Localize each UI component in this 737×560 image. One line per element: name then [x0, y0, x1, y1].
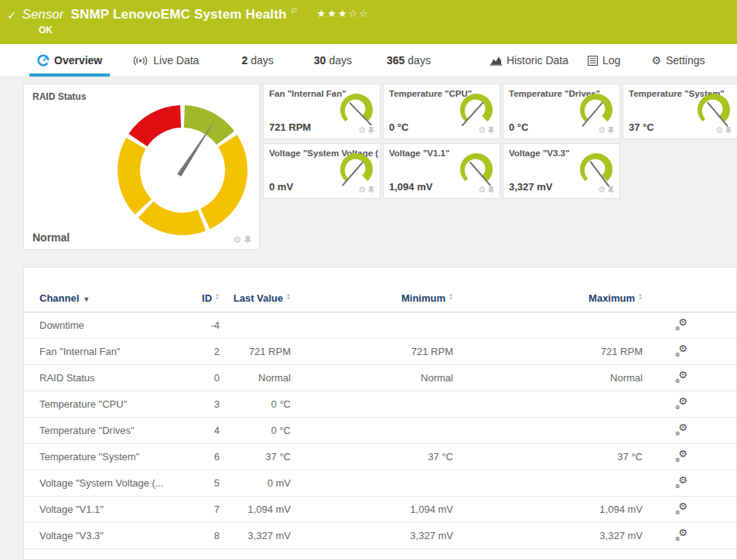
- sensor-header: ✓ Sensor SNMP LenovoEMC System Health ⚐ …: [0, 0, 737, 44]
- tab-label: Overview: [54, 54, 102, 67]
- tab-label: Settings: [666, 54, 705, 67]
- table-header-row: Channel▼ ID▲▼ Last Value▲▼ Minimum▲▼ Max…: [24, 268, 736, 312]
- table-body: Downtime -4 ⚙⚙ Fan "Internal Fan" 2 721 …: [24, 312, 736, 549]
- gauge-value: 0 mV: [269, 181, 293, 193]
- gauge-value: Normal: [32, 231, 70, 244]
- gear-icon[interactable]: ⚙: [715, 126, 723, 135]
- column-header-channel[interactable]: Channel▼: [39, 292, 189, 304]
- tab-label: Historic Data: [507, 54, 568, 67]
- column-header-maximum[interactable]: Maximum▲▼: [453, 292, 643, 304]
- column-header-minimum[interactable]: Minimum▲▼: [291, 292, 453, 304]
- table-row[interactable]: Temperature "Drives" 4 0 °C ⚙⚙: [24, 418, 736, 444]
- channel-settings-icon[interactable]: ⚙⚙: [675, 319, 688, 330]
- mini-gauge: [577, 152, 616, 189]
- column-header-last-value[interactable]: Last Value▲▼: [220, 292, 291, 304]
- mini-gauge: [337, 93, 376, 129]
- gear-icon[interactable]: ⚙: [598, 186, 606, 194]
- pin-icon[interactable]: [368, 127, 374, 135]
- gear-icon[interactable]: ⚙: [478, 126, 486, 135]
- tab-live-data[interactable]: Live Data: [125, 44, 206, 77]
- gauge-value: 0 °C: [509, 121, 528, 133]
- gauge-icon: [37, 54, 49, 67]
- gauge-value: 1,094 mV: [389, 181, 432, 193]
- column-header-id[interactable]: ID▲▼: [189, 292, 220, 304]
- channel-settings-icon[interactable]: ⚙⚙: [675, 371, 688, 383]
- mini-gauge: [457, 93, 496, 129]
- pin-icon[interactable]: [608, 186, 614, 194]
- tab-number: 30: [314, 54, 326, 67]
- tab-number: 365: [387, 54, 404, 67]
- status-check-icon: ✓: [7, 9, 17, 21]
- table-row[interactable]: Voltage "V1.1" 7 1,094 mV 1,094 mV 1,094…: [24, 497, 736, 523]
- channel-settings-icon[interactable]: ⚙⚙: [675, 476, 688, 488]
- tab-label: days: [329, 54, 352, 67]
- page-title: SNMP LenovoEMC System Health: [70, 7, 286, 22]
- pin-icon[interactable]: [608, 127, 614, 135]
- tab-2-days[interactable]: 2 days: [234, 44, 281, 77]
- channel-gauge-card: Voltage "V1.1" 1,094 mV ⚙: [383, 143, 500, 199]
- chart-icon: [490, 56, 502, 66]
- channel-settings-icon[interactable]: ⚙⚙: [675, 398, 688, 409]
- priority-stars[interactable]: ★★★☆☆: [317, 8, 370, 19]
- channel-settings-icon[interactable]: ⚙⚙: [675, 529, 688, 541]
- tab-label: days: [251, 54, 274, 67]
- tab-historic-data[interactable]: Historic Data: [483, 44, 576, 77]
- table-row[interactable]: Temperature "CPU" 3 0 °C ⚙⚙: [24, 391, 736, 418]
- log-icon: [588, 56, 598, 66]
- gear-icon[interactable]: ⚙: [233, 235, 241, 244]
- table-row[interactable]: Fan "Internal Fan" 2 721 RPM 721 RPM 721…: [24, 339, 736, 365]
- flag-icon[interactable]: ⚐: [291, 6, 299, 16]
- gauge-title: Fan "Internal Fan": [269, 89, 346, 98]
- gear-icon[interactable]: ⚙: [358, 126, 366, 135]
- tab-30-days[interactable]: 30 days: [306, 44, 360, 77]
- channel-table-card: Channel▼ ID▲▼ Last Value▲▼ Minimum▲▼ Max…: [23, 267, 737, 560]
- pin-icon[interactable]: [244, 236, 251, 244]
- gear-icon[interactable]: ⚙: [478, 186, 486, 194]
- tab-log[interactable]: Log: [580, 44, 628, 77]
- gauge-value: 0 °C: [389, 121, 408, 133]
- gear-icon[interactable]: ⚙: [598, 126, 606, 135]
- gauge-value: 37 °C: [629, 121, 654, 133]
- pin-icon[interactable]: [725, 127, 732, 135]
- gear-icon: ⚙: [651, 55, 661, 66]
- table-row[interactable]: Temperature "System" 6 37 °C 37 °C 37 °C…: [24, 444, 736, 470]
- channel-settings-icon[interactable]: ⚙⚙: [675, 424, 688, 435]
- table-row[interactable]: Voltage "V3.3" 8 3,327 mV 3,327 mV 3,327…: [24, 523, 736, 549]
- mini-gauge: [694, 93, 733, 129]
- pin-icon[interactable]: [488, 127, 494, 135]
- gauge-value: 3,327 mV: [509, 181, 552, 193]
- tab-label: Live Data: [153, 54, 199, 67]
- channel-settings-icon[interactable]: ⚙⚙: [675, 503, 688, 514]
- gauge-value: 721 RPM: [269, 121, 311, 133]
- gear-icon[interactable]: ⚙: [358, 186, 366, 194]
- sensor-type-label: Sensor: [22, 7, 64, 22]
- tab-settings[interactable]: ⚙ Settings: [643, 44, 712, 77]
- sort-icon: ▲▼: [638, 293, 643, 301]
- channel-gauge-card: Voltage "V3.3" 3,327 mV ⚙: [503, 143, 620, 199]
- channel-gauge-card: Temperature "Drives" 0 °C ⚙: [503, 84, 620, 139]
- table-row[interactable]: Voltage "System Voltage (... 5 0 mV ⚙⚙: [24, 470, 736, 497]
- raid-gauge: [116, 104, 249, 237]
- tab-bar: Overview Live Data 2 days 30 days 365 da…: [0, 44, 737, 77]
- live-icon: [132, 56, 148, 66]
- tab-365-days[interactable]: 365 days: [379, 44, 438, 77]
- channel-settings-icon[interactable]: ⚙⚙: [675, 450, 688, 462]
- mini-gauge: [457, 152, 496, 189]
- channel-gauge-card: Temperature "CPU" 0 °C ⚙: [383, 84, 500, 139]
- gauge-title: Voltage "V3.3": [509, 149, 569, 158]
- channel-gauge-card: Fan "Internal Fan" 721 RPM ⚙: [263, 84, 380, 139]
- mini-gauge: [577, 93, 616, 129]
- tab-label: days: [408, 54, 431, 67]
- status-badge: OK: [39, 25, 737, 36]
- prtg-sensor-page: ✓ Sensor SNMP LenovoEMC System Health ⚐ …: [0, 0, 737, 560]
- raid-status-card: RAID Status Normal ⚙: [23, 84, 260, 250]
- pin-icon[interactable]: [368, 186, 374, 194]
- channel-settings-icon[interactable]: ⚙⚙: [675, 345, 688, 357]
- tab-overview[interactable]: Overview: [29, 44, 110, 77]
- table-row[interactable]: RAID Status 0 Normal Normal Normal ⚙⚙: [24, 365, 736, 391]
- pin-icon[interactable]: [488, 186, 494, 194]
- sort-desc-icon: ▼: [83, 295, 90, 303]
- table-row[interactable]: Downtime -4 ⚙⚙: [24, 312, 736, 339]
- gauge-title: Voltage "V1.1": [389, 149, 449, 158]
- tab-number: 2: [241, 54, 247, 67]
